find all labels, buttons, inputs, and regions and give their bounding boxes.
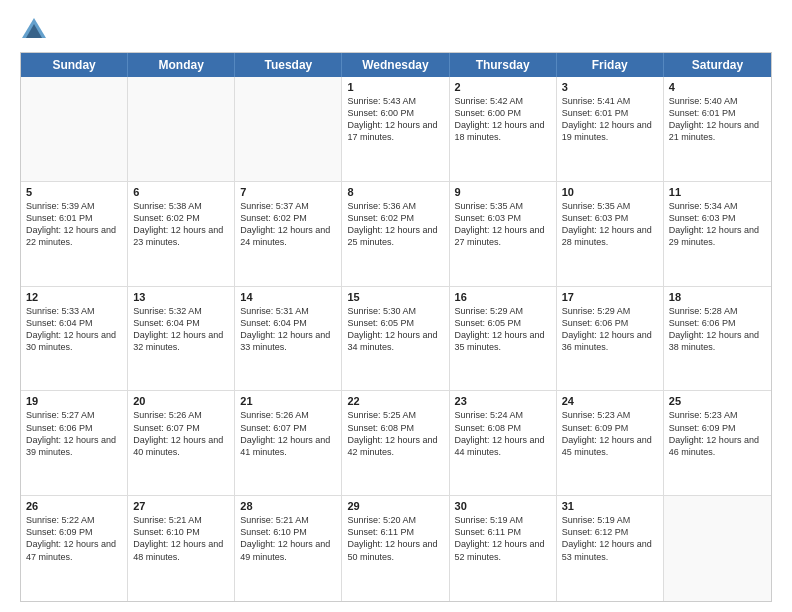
cell-info: Sunset: 6:11 PM — [455, 526, 551, 538]
empty-cell — [21, 77, 128, 181]
day-number: 12 — [26, 291, 122, 303]
day-30: 30Sunrise: 5:19 AMSunset: 6:11 PMDayligh… — [450, 496, 557, 601]
cell-info: Daylight: 12 hours and 23 minutes. — [133, 224, 229, 248]
day-number: 24 — [562, 395, 658, 407]
day-header-thursday: Thursday — [450, 53, 557, 77]
day-26: 26Sunrise: 5:22 AMSunset: 6:09 PMDayligh… — [21, 496, 128, 601]
day-number: 16 — [455, 291, 551, 303]
cell-info: Sunrise: 5:42 AM — [455, 95, 551, 107]
cell-info: Sunrise: 5:20 AM — [347, 514, 443, 526]
day-number: 18 — [669, 291, 766, 303]
cell-info: Daylight: 12 hours and 35 minutes. — [455, 329, 551, 353]
cell-info: Daylight: 12 hours and 46 minutes. — [669, 434, 766, 458]
cell-info: Daylight: 12 hours and 49 minutes. — [240, 538, 336, 562]
day-31: 31Sunrise: 5:19 AMSunset: 6:12 PMDayligh… — [557, 496, 664, 601]
cell-info: Daylight: 12 hours and 44 minutes. — [455, 434, 551, 458]
day-18: 18Sunrise: 5:28 AMSunset: 6:06 PMDayligh… — [664, 287, 771, 391]
cell-info: Sunset: 6:10 PM — [240, 526, 336, 538]
cell-info: Sunrise: 5:40 AM — [669, 95, 766, 107]
day-16: 16Sunrise: 5:29 AMSunset: 6:05 PMDayligh… — [450, 287, 557, 391]
day-28: 28Sunrise: 5:21 AMSunset: 6:10 PMDayligh… — [235, 496, 342, 601]
cell-info: Sunset: 6:02 PM — [240, 212, 336, 224]
day-14: 14Sunrise: 5:31 AMSunset: 6:04 PMDayligh… — [235, 287, 342, 391]
day-header-monday: Monday — [128, 53, 235, 77]
day-number: 19 — [26, 395, 122, 407]
day-number: 21 — [240, 395, 336, 407]
cell-info: Daylight: 12 hours and 38 minutes. — [669, 329, 766, 353]
day-7: 7Sunrise: 5:37 AMSunset: 6:02 PMDaylight… — [235, 182, 342, 286]
cell-info: Sunrise: 5:35 AM — [455, 200, 551, 212]
cell-info: Sunset: 6:09 PM — [669, 422, 766, 434]
cell-info: Sunrise: 5:35 AM — [562, 200, 658, 212]
day-number: 15 — [347, 291, 443, 303]
cell-info: Daylight: 12 hours and 36 minutes. — [562, 329, 658, 353]
day-11: 11Sunrise: 5:34 AMSunset: 6:03 PMDayligh… — [664, 182, 771, 286]
day-header-sunday: Sunday — [21, 53, 128, 77]
calendar-row-1: 1Sunrise: 5:43 AMSunset: 6:00 PMDaylight… — [21, 77, 771, 182]
cell-info: Sunset: 6:03 PM — [669, 212, 766, 224]
day-number: 29 — [347, 500, 443, 512]
cell-info: Sunrise: 5:23 AM — [669, 409, 766, 421]
day-number: 27 — [133, 500, 229, 512]
cell-info: Sunset: 6:07 PM — [240, 422, 336, 434]
cell-info: Sunset: 6:09 PM — [26, 526, 122, 538]
cell-info: Sunrise: 5:21 AM — [133, 514, 229, 526]
logo — [20, 16, 52, 44]
day-header-friday: Friday — [557, 53, 664, 77]
cell-info: Sunset: 6:06 PM — [669, 317, 766, 329]
cell-info: Sunset: 6:00 PM — [347, 107, 443, 119]
cell-info: Sunset: 6:02 PM — [347, 212, 443, 224]
cell-info: Sunrise: 5:22 AM — [26, 514, 122, 526]
day-2: 2Sunrise: 5:42 AMSunset: 6:00 PMDaylight… — [450, 77, 557, 181]
cell-info: Daylight: 12 hours and 53 minutes. — [562, 538, 658, 562]
day-1: 1Sunrise: 5:43 AMSunset: 6:00 PMDaylight… — [342, 77, 449, 181]
day-20: 20Sunrise: 5:26 AMSunset: 6:07 PMDayligh… — [128, 391, 235, 495]
day-25: 25Sunrise: 5:23 AMSunset: 6:09 PMDayligh… — [664, 391, 771, 495]
day-29: 29Sunrise: 5:20 AMSunset: 6:11 PMDayligh… — [342, 496, 449, 601]
cell-info: Sunrise: 5:19 AM — [562, 514, 658, 526]
day-number: 28 — [240, 500, 336, 512]
day-number: 9 — [455, 186, 551, 198]
cell-info: Daylight: 12 hours and 45 minutes. — [562, 434, 658, 458]
cell-info: Daylight: 12 hours and 24 minutes. — [240, 224, 336, 248]
day-3: 3Sunrise: 5:41 AMSunset: 6:01 PMDaylight… — [557, 77, 664, 181]
day-10: 10Sunrise: 5:35 AMSunset: 6:03 PMDayligh… — [557, 182, 664, 286]
calendar-row-4: 19Sunrise: 5:27 AMSunset: 6:06 PMDayligh… — [21, 391, 771, 496]
cell-info: Daylight: 12 hours and 34 minutes. — [347, 329, 443, 353]
cell-info: Sunrise: 5:31 AM — [240, 305, 336, 317]
cell-info: Sunset: 6:03 PM — [562, 212, 658, 224]
cell-info: Daylight: 12 hours and 29 minutes. — [669, 224, 766, 248]
cell-info: Sunset: 6:01 PM — [562, 107, 658, 119]
cell-info: Sunrise: 5:27 AM — [26, 409, 122, 421]
day-12: 12Sunrise: 5:33 AMSunset: 6:04 PMDayligh… — [21, 287, 128, 391]
day-22: 22Sunrise: 5:25 AMSunset: 6:08 PMDayligh… — [342, 391, 449, 495]
day-number: 11 — [669, 186, 766, 198]
calendar-header: SundayMondayTuesdayWednesdayThursdayFrid… — [21, 53, 771, 77]
day-24: 24Sunrise: 5:23 AMSunset: 6:09 PMDayligh… — [557, 391, 664, 495]
cell-info: Sunset: 6:10 PM — [133, 526, 229, 538]
cell-info: Sunrise: 5:29 AM — [562, 305, 658, 317]
cell-info: Daylight: 12 hours and 50 minutes. — [347, 538, 443, 562]
cell-info: Sunset: 6:09 PM — [562, 422, 658, 434]
day-number: 22 — [347, 395, 443, 407]
cell-info: Sunset: 6:12 PM — [562, 526, 658, 538]
cell-info: Sunrise: 5:38 AM — [133, 200, 229, 212]
header — [20, 16, 772, 44]
day-23: 23Sunrise: 5:24 AMSunset: 6:08 PMDayligh… — [450, 391, 557, 495]
cell-info: Sunrise: 5:28 AM — [669, 305, 766, 317]
cell-info: Sunset: 6:03 PM — [455, 212, 551, 224]
day-number: 10 — [562, 186, 658, 198]
cell-info: Sunrise: 5:32 AM — [133, 305, 229, 317]
cell-info: Daylight: 12 hours and 17 minutes. — [347, 119, 443, 143]
calendar-row-3: 12Sunrise: 5:33 AMSunset: 6:04 PMDayligh… — [21, 287, 771, 392]
day-header-tuesday: Tuesday — [235, 53, 342, 77]
calendar-body: 1Sunrise: 5:43 AMSunset: 6:00 PMDaylight… — [21, 77, 771, 601]
cell-info: Daylight: 12 hours and 32 minutes. — [133, 329, 229, 353]
cell-info: Daylight: 12 hours and 40 minutes. — [133, 434, 229, 458]
cell-info: Daylight: 12 hours and 27 minutes. — [455, 224, 551, 248]
cell-info: Sunset: 6:01 PM — [669, 107, 766, 119]
calendar: SundayMondayTuesdayWednesdayThursdayFrid… — [20, 52, 772, 602]
cell-info: Sunset: 6:08 PM — [347, 422, 443, 434]
cell-info: Sunset: 6:02 PM — [133, 212, 229, 224]
day-number: 2 — [455, 81, 551, 93]
